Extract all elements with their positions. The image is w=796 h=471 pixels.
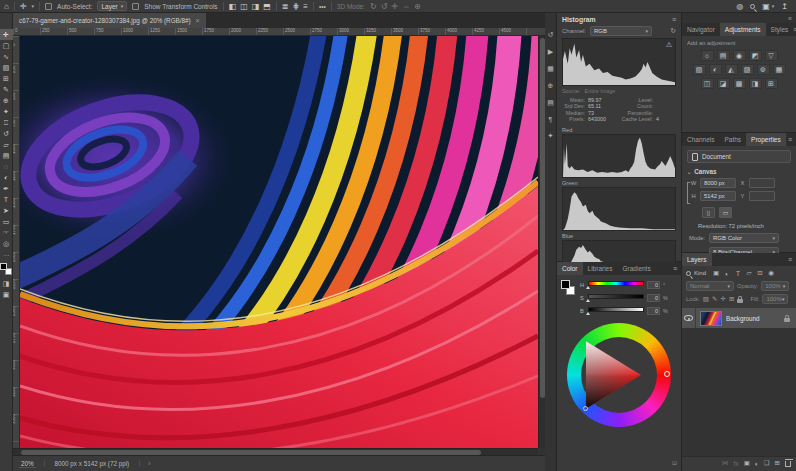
hue-saturation-icon[interactable]: ▧ bbox=[693, 64, 706, 75]
color-lookup-icon[interactable]: ▦ bbox=[773, 64, 786, 75]
dodge-tool-icon[interactable]: ◐ bbox=[0, 172, 13, 183]
filter-type-icon[interactable]: T bbox=[733, 270, 743, 277]
tab-properties[interactable]: Properties bbox=[746, 133, 786, 146]
zoom-level-field[interactable]: 20% bbox=[19, 460, 36, 468]
lock-all-icon[interactable] bbox=[737, 299, 743, 303]
search-icon[interactable] bbox=[750, 4, 755, 9]
screen-mode-icon[interactable]: ▣ bbox=[0, 289, 13, 300]
brush-tool-icon[interactable]: ✦ bbox=[0, 106, 13, 117]
account-icon[interactable]: ◍ bbox=[736, 2, 743, 11]
healing-brush-tool-icon[interactable]: ⊕ bbox=[0, 95, 13, 106]
auto-select-checkbox[interactable] bbox=[45, 3, 52, 10]
shape-tool-icon[interactable]: ▭ bbox=[0, 216, 13, 227]
workspace-caret-icon[interactable]: ▾ bbox=[772, 3, 775, 9]
layer-locked-icon[interactable] bbox=[784, 318, 790, 322]
y-field[interactable] bbox=[749, 191, 775, 201]
history-brush-tool-icon[interactable]: ↺ bbox=[0, 128, 13, 139]
move-tool-icon[interactable]: ✛ bbox=[0, 29, 13, 40]
foreground-color-swatch[interactable] bbox=[561, 280, 570, 289]
fill-field[interactable]: 100%▾ bbox=[762, 294, 788, 304]
object-selection-tool-icon[interactable]: ▧ bbox=[0, 62, 13, 73]
h-value-field[interactable]: 0 bbox=[647, 281, 660, 289]
character-panel-icon[interactable]: ▤ bbox=[547, 99, 554, 107]
layer-style-icon[interactable]: fx bbox=[734, 460, 739, 467]
quick-mask-icon[interactable]: ◨ bbox=[0, 278, 13, 289]
tab-channels[interactable]: Channels bbox=[682, 133, 719, 146]
filter-toggle-icon[interactable]: ◉ bbox=[766, 269, 776, 277]
color-wheel[interactable] bbox=[567, 323, 671, 427]
tab-libraries[interactable]: Libraries bbox=[583, 262, 618, 275]
tab-paths[interactable]: Paths bbox=[719, 133, 746, 146]
height-field[interactable]: 5142 px bbox=[700, 191, 736, 201]
source-value[interactable]: Entire Image bbox=[585, 88, 616, 94]
b-slider[interactable] bbox=[588, 307, 644, 312]
document-properties-row[interactable]: Document bbox=[687, 150, 791, 163]
document-tab[interactable]: c67-79-gamer-and-creator-1280307384.jpg … bbox=[13, 13, 206, 28]
channel-mixer-icon[interactable]: ⊚ bbox=[757, 64, 770, 75]
exposure-icon[interactable]: ◩ bbox=[749, 50, 762, 61]
history-panel-icon[interactable]: ↺ bbox=[548, 31, 554, 39]
canvas[interactable] bbox=[20, 36, 538, 448]
levels-icon[interactable]: ▤ bbox=[717, 50, 730, 61]
paragraph-panel-icon[interactable]: ¶ bbox=[549, 116, 553, 123]
toolbar-more-icon[interactable]: ⋯ bbox=[3, 251, 9, 258]
curves-icon[interactable]: ◉ bbox=[733, 50, 746, 61]
eyedropper-tool-icon[interactable]: ✎ bbox=[0, 84, 13, 95]
new-adjustment-icon[interactable]: ◐ bbox=[755, 460, 759, 467]
filter-adjustment-icon[interactable]: ◐ bbox=[722, 270, 732, 277]
blur-tool-icon[interactable]: ◌ bbox=[0, 161, 13, 172]
path-selection-tool-icon[interactable]: ➤ bbox=[0, 205, 13, 216]
link-layers-icon[interactable]: ⋈ bbox=[722, 459, 729, 467]
canvas-section-header[interactable]: ⌄ Canvas bbox=[682, 165, 796, 177]
move-tool-preset-icon[interactable]: ✛ bbox=[20, 2, 27, 11]
layer-name[interactable]: Background bbox=[726, 315, 780, 322]
info-panel-icon[interactable]: ▦ bbox=[547, 65, 554, 73]
align-more-button[interactable]: ••• bbox=[319, 3, 326, 10]
vibrance-icon[interactable]: ▽ bbox=[765, 50, 778, 61]
hand-tool-icon[interactable]: ☞ bbox=[0, 227, 13, 238]
lock-artboard-icon[interactable]: ⊞ bbox=[729, 295, 734, 303]
brightness-contrast-icon[interactable]: ☼ bbox=[701, 50, 714, 61]
eraser-tool-icon[interactable]: ▱ bbox=[0, 139, 13, 150]
h-slider[interactable] bbox=[588, 281, 644, 286]
lock-image-icon[interactable]: ✎ bbox=[712, 295, 717, 303]
auto-select-target-dropdown[interactable]: Layer▾ bbox=[97, 1, 127, 11]
align-left-icon[interactable]: ◧ bbox=[229, 2, 237, 11]
tab-adjustments[interactable]: Adjustments bbox=[720, 23, 766, 36]
filter-pixel-icon[interactable]: ▣ bbox=[711, 269, 721, 277]
filter-shape-icon[interactable]: ▱ bbox=[744, 269, 754, 277]
width-field[interactable]: 8000 px bbox=[700, 178, 736, 188]
layer-thumbnail[interactable] bbox=[700, 311, 722, 326]
foreground-color-swatch[interactable] bbox=[0, 263, 7, 270]
tab-layers[interactable]: Layers bbox=[682, 253, 712, 266]
threshold-icon[interactable]: ▩ bbox=[733, 78, 746, 89]
blend-mode-dropdown[interactable]: Normal▾ bbox=[686, 281, 734, 291]
hue-selector[interactable] bbox=[664, 371, 670, 377]
eye-icon[interactable] bbox=[684, 315, 693, 321]
x-field[interactable] bbox=[749, 178, 775, 188]
workspace-icon[interactable]: ▣ bbox=[762, 2, 770, 11]
delete-layer-icon[interactable] bbox=[785, 461, 791, 467]
opacity-field[interactable]: 100%▾ bbox=[761, 281, 789, 291]
s-slider[interactable] bbox=[588, 294, 644, 299]
distribute-horizontal-icon[interactable]: ⋕ bbox=[293, 2, 300, 11]
align-right-icon[interactable]: ◨ bbox=[252, 2, 260, 11]
lock-position-icon[interactable]: ✛ bbox=[720, 295, 725, 303]
layers-menu-icon[interactable]: ≡ bbox=[788, 256, 796, 263]
horizontal-scrollbar[interactable] bbox=[13, 448, 538, 455]
channel-dropdown[interactable]: RGB▾ bbox=[590, 26, 652, 36]
posterize-icon[interactable]: ◪ bbox=[717, 78, 730, 89]
properties-menu-icon[interactable]: ≡ bbox=[788, 136, 796, 143]
layer-mask-icon[interactable]: ▣ bbox=[744, 459, 750, 467]
show-transform-checkbox[interactable] bbox=[132, 3, 139, 10]
tab-gradients[interactable]: Gradients bbox=[617, 262, 655, 275]
tab-navigator[interactable]: Navigator bbox=[682, 23, 720, 36]
lock-transparent-icon[interactable]: ▨ bbox=[703, 295, 709, 303]
home-icon[interactable]: ⌂ bbox=[4, 2, 9, 11]
tool-preset-caret-icon[interactable]: ▾ bbox=[32, 3, 35, 9]
color-menu-icon[interactable]: ≡ bbox=[673, 265, 681, 272]
black-white-icon[interactable]: ◭ bbox=[725, 64, 738, 75]
gradient-map-icon[interactable]: ◨ bbox=[749, 78, 762, 89]
invert-icon[interactable]: ◫ bbox=[701, 78, 714, 89]
layer-filter-kind[interactable]: Kind bbox=[694, 270, 706, 276]
